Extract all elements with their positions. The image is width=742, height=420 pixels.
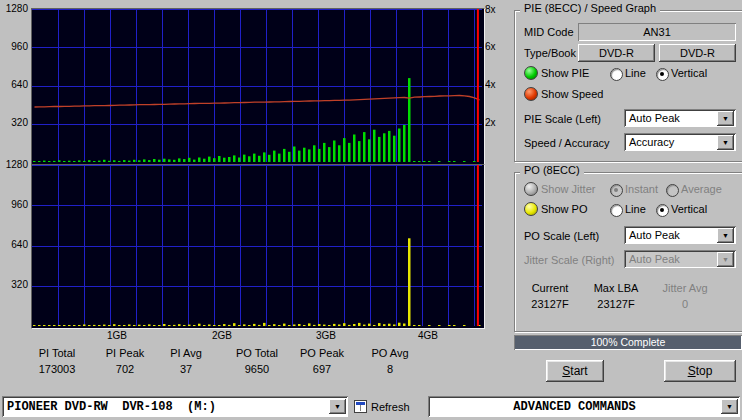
- po-graph: [31, 164, 485, 329]
- x-axis-label: 2GB: [202, 330, 242, 341]
- refresh-label[interactable]: Refresh: [371, 401, 410, 413]
- speed-axis-label: 6x: [485, 41, 511, 52]
- stat-header: PI Avg: [146, 347, 226, 359]
- po-vertical-label[interactable]: Vertical: [671, 203, 707, 215]
- jitter-avg-value: 0: [650, 298, 720, 310]
- po-axis-label: 1280: [0, 159, 28, 170]
- po-scale-label: PO Scale (Left): [524, 230, 599, 242]
- pie-vertical-radio[interactable]: [656, 68, 669, 81]
- po-axis-label: 320: [0, 279, 28, 290]
- type-book-label: Type/Book: [524, 47, 576, 59]
- dropdown-arrow-icon: ▼: [717, 252, 734, 267]
- mid-code-field: AN31: [578, 23, 736, 41]
- dropdown-arrow-icon[interactable]: ▼: [717, 228, 734, 243]
- jitter-scale-select: Auto Peak ▼: [624, 250, 736, 268]
- stat-header: PO Avg: [350, 347, 430, 359]
- show-pie-led[interactable]: [524, 66, 538, 80]
- max-lba-value: 23127F: [584, 298, 648, 310]
- stat-po-avg: PO Avg 8: [350, 347, 430, 375]
- x-axis-label: 1GB: [97, 330, 137, 341]
- pie-axis-label: 1280: [0, 3, 28, 14]
- po-scale-select[interactable]: Auto Peak ▼: [624, 226, 736, 244]
- pie-line-radio[interactable]: [610, 68, 623, 81]
- pie-scale-value: Auto Peak: [624, 112, 717, 124]
- mid-code-label: MID Code: [524, 26, 574, 38]
- jitter-average-radio: [666, 184, 679, 197]
- jitter-average-label: Average: [681, 183, 722, 195]
- book-type-button[interactable]: DVD-R: [659, 44, 736, 62]
- po-line-label[interactable]: Line: [625, 203, 646, 215]
- stat-value: 8: [350, 363, 430, 375]
- current-label: Current: [518, 282, 582, 294]
- pie-scale-select[interactable]: Auto Peak ▼: [624, 109, 736, 127]
- drive-select-value: PIONEER DVD-RW DVR-108 (M:): [2, 400, 329, 414]
- x-axis-label: 3GB: [306, 330, 346, 341]
- current-value: 23127F: [518, 298, 582, 310]
- pie-scale-label: PIE Scale (Left): [524, 113, 601, 125]
- pie-axis-label: 640: [0, 79, 28, 90]
- pie-line-label[interactable]: Line: [625, 67, 646, 79]
- pie-axis-label: 320: [0, 117, 28, 128]
- disc-quality-scan-window: 1280 960 640 320 8x 6x 4x 2x 1280 960 64…: [0, 0, 742, 420]
- po-scale-value: Auto Peak: [624, 229, 717, 241]
- show-jitter-led: [524, 182, 538, 196]
- jitter-scale-value: Auto Peak: [624, 253, 717, 265]
- po-vertical-radio[interactable]: [656, 204, 669, 217]
- speed-accuracy-value: Accuracy: [624, 136, 717, 148]
- jitter-instant-label: Instant: [625, 183, 658, 195]
- jitter-avg-label: Jitter Avg: [650, 282, 720, 294]
- show-speed-label: Show Speed: [541, 88, 603, 100]
- drive-select[interactable]: PIONEER DVD-RW DVR-108 (M:) ▼: [2, 396, 348, 417]
- max-lba-label: Max LBA: [584, 282, 648, 294]
- jitter-instant-radio: [610, 184, 623, 197]
- stat-value: 37: [146, 363, 226, 375]
- progress-bar: 100% Complete: [514, 335, 742, 350]
- speed-axis-label: 2x: [485, 117, 511, 128]
- x-axis-label: 4GB: [408, 330, 448, 341]
- po-axis-label: 640: [0, 239, 28, 250]
- dropdown-arrow-icon[interactable]: ▼: [717, 135, 734, 150]
- dropdown-arrow-icon[interactable]: ▼: [329, 399, 346, 414]
- pie-vertical-label[interactable]: Vertical: [671, 67, 707, 79]
- show-po-led[interactable]: [524, 202, 538, 216]
- speed-accuracy-select[interactable]: Accuracy ▼: [624, 133, 736, 151]
- stop-button[interactable]: Stop: [664, 360, 736, 382]
- pie-groupbox-title: PIE (8ECC) / Speed Graph: [520, 2, 660, 14]
- po-graph-canvas: [32, 165, 482, 326]
- po-line-radio[interactable]: [610, 204, 623, 217]
- dropdown-arrow-icon[interactable]: ▼: [717, 111, 734, 126]
- pie-speed-graph: [31, 8, 485, 165]
- show-po-label: Show PO: [541, 203, 587, 215]
- pie-speed-graph-canvas: [32, 9, 482, 162]
- stat-pi-avg: PI Avg 37: [146, 347, 226, 375]
- disc-type-button[interactable]: DVD-R: [578, 44, 655, 62]
- jitter-scale-label: Jitter Scale (Right): [524, 254, 614, 266]
- speed-accuracy-label: Speed / Accuracy: [524, 137, 610, 149]
- start-button[interactable]: Start: [546, 360, 604, 382]
- pie-axis-label: 960: [0, 41, 28, 52]
- speed-axis-label: 4x: [485, 79, 511, 90]
- show-pie-label: Show PIE: [541, 67, 589, 79]
- show-speed-led[interactable]: [524, 87, 538, 101]
- control-panel: PIE (8ECC) / Speed Graph MID Code AN31 T…: [510, 0, 742, 420]
- po-groupbox-title: PO (8ECC): [520, 164, 584, 176]
- po-axis-label: 960: [0, 199, 28, 210]
- speed-axis-label: 8x: [485, 4, 511, 15]
- refresh-icon[interactable]: [354, 400, 367, 413]
- show-jitter-label: Show Jitter: [541, 183, 595, 195]
